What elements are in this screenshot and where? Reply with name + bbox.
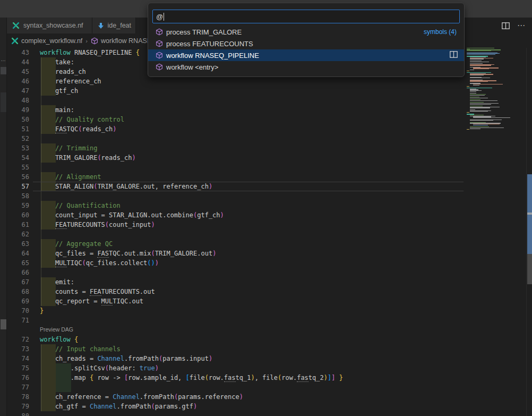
code-text[interactable]: } <box>40 306 44 316</box>
code-text[interactable]: STAR_ALIGN(TRIM_GALORE.out, reference_ch… <box>40 182 212 191</box>
breadcrumb-separator: › <box>85 38 88 44</box>
line-number[interactable]: 44 <box>7 57 29 67</box>
code-text[interactable]: .map { row -> [row.sample_id, [file(row.… <box>40 373 343 383</box>
left-strip-marker[interactable] <box>1 92 6 112</box>
line-number[interactable]: 76 <box>7 373 29 383</box>
line-number[interactable]: 48 <box>7 96 29 105</box>
minimap-line <box>470 120 493 121</box>
code-text[interactable]: ch_reads = Channel.fromPath(params.input… <box>40 354 212 363</box>
line-number[interactable]: 67 <box>7 277 29 287</box>
symbols-count-link[interactable]: symbols (4) <box>424 26 457 38</box>
code-text[interactable]: .splitCsv(header: true) <box>40 363 159 373</box>
code-text[interactable]: FASTQC(reads_ch) <box>40 124 117 134</box>
more-actions-icon[interactable]: ⋯ <box>517 21 526 30</box>
code-text[interactable]: ch_reference = Channel.fromPath(params.r… <box>40 392 243 402</box>
code-line: 73 // Input channels <box>7 344 464 354</box>
left-strip-marker[interactable] <box>1 319 6 329</box>
quick-open-item[interactable]: process TRIM_GALOREsymbols (4) <box>148 26 464 38</box>
line-number[interactable]: 71 <box>7 316 29 325</box>
line-number[interactable]: 46 <box>7 77 29 86</box>
line-number[interactable]: 80 <box>7 411 29 416</box>
line-number[interactable]: 58 <box>7 191 29 201</box>
code-text[interactable]: reference_ch <box>40 77 101 86</box>
overflow-dots[interactable]: ⋯ <box>0 58 7 63</box>
code-text[interactable]: TRIM_GALORE(reads_ch) <box>40 153 136 163</box>
code-text[interactable]: ch_gtf = Channel.fromPath(params.gtf) <box>40 402 197 411</box>
code-text[interactable]: emit: <box>40 277 74 287</box>
line-number[interactable]: 69 <box>7 296 29 306</box>
quick-open-item[interactable]: process FEATURECOUNTS <box>148 38 464 49</box>
code-text[interactable]: take: <box>40 57 74 67</box>
quick-open-input[interactable]: @ <box>152 10 460 23</box>
code-text[interactable]: // Input channels <box>40 344 121 354</box>
line-number[interactable]: 63 <box>7 239 29 249</box>
code-text[interactable]: // Aggregate QC <box>40 239 113 249</box>
line-number[interactable]: 66 <box>7 268 29 277</box>
line-number[interactable]: 59 <box>7 201 29 210</box>
line-number[interactable]: 57 <box>7 182 29 191</box>
tab-label: ide_feat <box>108 22 131 29</box>
scrollbar-slider-segment[interactable] <box>527 254 532 284</box>
line-number[interactable]: 55 <box>7 163 29 172</box>
scrollbar-slider-segment[interactable] <box>527 213 532 215</box>
line-number[interactable]: 61 <box>7 220 29 230</box>
code-text[interactable]: workflow RNASEQ_PIPELINE { <box>40 48 140 57</box>
code-text[interactable]: gtf_ch <box>40 86 78 96</box>
code-line: 67 emit: <box>7 277 464 287</box>
code-text[interactable]: // Quality control <box>40 115 124 124</box>
line-number[interactable]: 77 <box>7 383 29 392</box>
line-number[interactable]: 43 <box>7 48 29 57</box>
line-number[interactable]: 64 <box>7 249 29 258</box>
line-number[interactable]: 60 <box>7 210 29 220</box>
code-text[interactable]: count_input = STAR_ALIGN.out.combine(gtf… <box>40 210 224 220</box>
code-text[interactable]: counts = FEATURECOUNTS.out <box>40 287 155 296</box>
code-text[interactable]: // Trimming <box>40 143 97 153</box>
code-text[interactable]: // Alignment <box>40 172 101 182</box>
codelens-preview-dag[interactable]: Preview DAG <box>7 325 464 335</box>
line-number[interactable]: 78 <box>7 392 29 402</box>
line-number[interactable]: 53 <box>7 143 29 153</box>
quick-open-item[interactable]: workflow <entry> <box>148 61 464 73</box>
tab-syntax-showcase[interactable]: syntax_showcase.nf <box>7 18 92 33</box>
code-text[interactable]: MULTIQC(qc_files.collect()) <box>40 258 159 268</box>
line-number[interactable]: 56 <box>7 172 29 182</box>
line-number[interactable]: 65 <box>7 258 29 268</box>
minimap[interactable] <box>464 48 526 416</box>
code-text[interactable]: qc_report = MULTIQC.out <box>40 296 143 306</box>
code-text[interactable]: FEATURECOUNTS(count_input) <box>40 220 155 230</box>
code-text[interactable]: reads_ch <box>40 67 86 77</box>
left-strip-marker[interactable] <box>1 67 6 74</box>
code-text[interactable]: // Quantification <box>40 201 121 210</box>
vertical-scrollbar[interactable] <box>526 48 532 416</box>
line-number[interactable]: 49 <box>7 105 29 115</box>
line-number[interactable]: 47 <box>7 86 29 96</box>
line-number[interactable]: 70 <box>7 306 29 316</box>
minimap-line <box>467 71 469 71</box>
code-text[interactable]: main: <box>40 105 74 115</box>
minimap-line <box>470 95 485 96</box>
line-number[interactable]: 45 <box>7 67 29 77</box>
line-number[interactable]: 75 <box>7 363 29 373</box>
line-number[interactable]: 50 <box>7 115 29 124</box>
line-number[interactable]: 52 <box>7 134 29 143</box>
code-text[interactable]: qc_files = FASTQC.out.mix(TRIM_GALORE.ou… <box>40 249 216 258</box>
line-number[interactable]: 68 <box>7 287 29 296</box>
quick-open-query: @ <box>156 13 163 21</box>
line-number[interactable]: 62 <box>7 230 29 239</box>
minimap-line <box>470 104 491 105</box>
line-number[interactable]: 54 <box>7 153 29 163</box>
line-number[interactable]: 72 <box>7 335 29 344</box>
code-line: 71 <box>7 316 464 325</box>
code-editor[interactable]: 43workflow RNASEQ_PIPELINE {44 take:45 r… <box>7 48 464 416</box>
quick-open-item[interactable]: workflow RNASEQ_PIPELINE <box>148 49 464 61</box>
line-number[interactable]: 74 <box>7 354 29 363</box>
code-text[interactable]: workflow { <box>40 335 78 344</box>
code-line: 75 .splitCsv(header: true) <box>7 363 464 373</box>
split-editor-icon[interactable] <box>502 22 510 29</box>
split-editor-icon[interactable] <box>450 51 458 58</box>
line-number[interactable]: 79 <box>7 402 29 411</box>
line-number[interactable]: 73 <box>7 344 29 354</box>
breadcrumb-file[interactable]: complex_workflow.nf <box>21 37 82 45</box>
tab-ide-features[interactable]: ide_feat <box>92 18 136 33</box>
line-number[interactable]: 51 <box>7 124 29 134</box>
